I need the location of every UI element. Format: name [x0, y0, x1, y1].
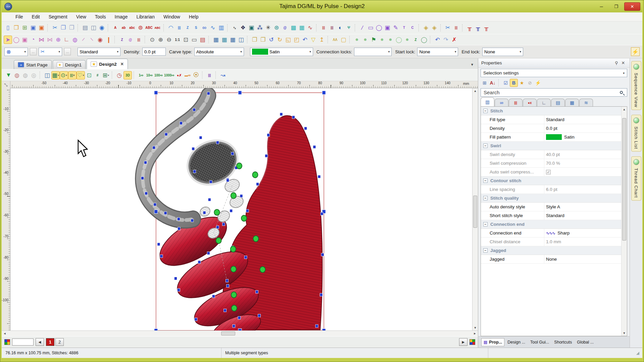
machine-view[interactable]: ▦ — [212, 36, 220, 44]
style-combo[interactable]: Standard▾ — [78, 48, 120, 56]
edit-shape[interactable]: ✎ — [392, 23, 400, 32]
horizontal-scroll-thumb[interactable] — [221, 331, 235, 335]
filter-exclude[interactable]: ◍ — [13, 71, 21, 80]
draw-arc[interactable]: C — [408, 23, 417, 32]
advanced-disabled[interactable]: ⊘ — [526, 79, 534, 87]
stitch-globe[interactable]: ⊕ — [54, 36, 62, 44]
carve-type-combo[interactable]: Absolute▾ — [194, 48, 244, 56]
outline-display[interactable]: ♡▾ — [77, 71, 85, 80]
menu-tools[interactable]: Tools — [91, 14, 110, 19]
resize-grip[interactable]: ◢ — [636, 351, 639, 355]
collapse-toggle[interactable]: − — [483, 196, 488, 200]
tag[interactable]: ◈ — [422, 23, 430, 32]
wheel-fill[interactable]: ⊛ — [273, 23, 281, 32]
bottom-tab-toolgui[interactable]: Tool Gui... — [528, 339, 551, 346]
transform-box[interactable]: ⊡ — [85, 71, 93, 80]
step-1000[interactable]: 1000⇨ — [163, 71, 175, 80]
knife-curve[interactable]: ⟍ — [88, 36, 96, 44]
page-button-2[interactable]: 2 — [55, 338, 64, 346]
pin-icon[interactable]: ⚲ — [613, 60, 620, 65]
print-preview[interactable]: ◫ — [89, 23, 98, 32]
property-value[interactable]: Standard — [544, 211, 621, 220]
embroidery-design[interactable] — [10, 88, 472, 330]
draw-ellipse[interactable]: ◯ — [375, 23, 383, 32]
zoom-1-1[interactable]: 1:1 — [173, 36, 182, 44]
paste[interactable]: ❐ — [67, 23, 76, 32]
shape-loop-2[interactable]: ● — [361, 36, 369, 44]
tag-add[interactable]: ◈ — [430, 23, 439, 32]
design-canvas[interactable] — [10, 88, 472, 330]
scroll-left-button[interactable]: ◄ — [2, 331, 8, 336]
property-value[interactable]: ∿∿∿Sharp — [544, 229, 621, 237]
panel-close-icon[interactable]: ✕ — [620, 60, 627, 65]
shape-loop-3[interactable]: ● — [378, 36, 386, 44]
tab-layers[interactable]: ≋ — [579, 99, 593, 106]
split-column[interactable]: ||| — [452, 23, 460, 32]
reshape-bowtie-2[interactable]: ⋈ — [46, 36, 54, 44]
zoom-fit[interactable]: ⊡ — [182, 36, 190, 44]
property-search-box[interactable] — [481, 88, 627, 97]
basic-properties[interactable]: B — [510, 79, 518, 87]
lettering-caps[interactable]: ABC — [145, 23, 153, 32]
chain-stitch[interactable]: ∞ — [200, 23, 209, 32]
selection-settings-dropdown[interactable]: Selection settings ▾ — [481, 69, 627, 77]
menu-edit[interactable]: Edit — [28, 14, 44, 19]
duplicate[interactable]: ❐ — [250, 36, 259, 44]
delete[interactable]: ✗ — [450, 36, 458, 44]
collapse-toggle[interactable]: − — [483, 222, 488, 226]
motif-square[interactable]: ▣ — [247, 23, 256, 32]
shape-loop-1[interactable]: ● — [353, 36, 361, 44]
stop-options-button[interactable]: ... — [30, 48, 37, 55]
zoom-out[interactable]: ⊖ — [165, 36, 173, 44]
stipple[interactable]: ⁂ — [256, 23, 264, 32]
redo[interactable]: ↷ — [442, 36, 450, 44]
strip-tab-stitch-list[interactable]: Stitch List — [631, 115, 641, 152]
apply-lightning-button[interactable]: ⚡ — [631, 47, 640, 56]
bottom-tab-global[interactable]: Global ... — [575, 339, 596, 346]
menu-librarian[interactable]: Librarian — [132, 14, 159, 19]
prev-page-button[interactable]: ◄ — [36, 338, 44, 346]
collapse-toggle[interactable]: − — [483, 109, 488, 113]
lettering-frame[interactable]: ᴀʙᴄ — [153, 23, 162, 32]
satin-column[interactable]: ||| — [175, 23, 184, 32]
lens-check[interactable]: ◍ — [71, 36, 79, 44]
peaks-tool[interactable]: ΛΛ — [331, 36, 339, 44]
step-stoplight[interactable]: ⦿ — [192, 71, 200, 80]
stitch-display[interactable]: |||▾ — [68, 71, 77, 80]
lettering-circle[interactable]: ⊚ — [136, 23, 145, 32]
density-at[interactable]: @ — [126, 36, 135, 44]
spring-stitch-2[interactable]: ||| — [328, 23, 336, 32]
close-button[interactable]: ✕ — [624, 2, 640, 11]
rounded-patch[interactable]: ▢ — [339, 36, 348, 44]
lettering-script[interactable]: abc — [128, 23, 136, 32]
wave-fill[interactable]: ∿ — [306, 23, 314, 32]
maximize-button[interactable]: ❐ — [609, 2, 623, 11]
property-value[interactable]: 40.0 pt — [544, 150, 621, 159]
collapse-toggle[interactable]: − — [483, 248, 488, 253]
strip-tab-thread-chart[interactable]: Thread Chart — [631, 156, 641, 201]
next-page-button[interactable]: ► — [459, 338, 467, 346]
stop-combo[interactable]: ⊗ ▾ — [4, 48, 28, 56]
run-stitch[interactable]: Z — [184, 23, 192, 32]
insert-pin[interactable]: ◉ — [96, 36, 104, 44]
help[interactable]: ◉ — [98, 23, 106, 32]
stitch-needles[interactable]: ||| — [135, 36, 143, 44]
column-detail[interactable]: ||| — [205, 71, 214, 80]
doc-tab-design1[interactable]: ★Design1 — [53, 60, 86, 69]
screen-marker[interactable]: ◫ — [43, 71, 51, 80]
density-input[interactable]: 0.0 pt — [142, 48, 166, 56]
measure-compass[interactable]: ◔ — [29, 36, 37, 44]
trim-options-button[interactable]: ... — [64, 48, 71, 55]
order-back[interactable]: ◰ — [292, 36, 301, 44]
collapse-toggle[interactable]: − — [483, 178, 488, 183]
duplicate-offset[interactable]: ❐ — [259, 36, 267, 44]
ruler-panel[interactable]: ▤ — [198, 36, 207, 44]
trim-combo[interactable]: ✂ ▾ — [39, 48, 62, 56]
yin-yang-fill[interactable]: ◐ — [336, 23, 345, 32]
shape-loop-5[interactable]: ● — [403, 36, 411, 44]
grid-scroll-down[interactable]: ▼ — [622, 330, 627, 336]
grid-scroll-thumb[interactable] — [622, 118, 626, 241]
snap-grid[interactable]: ⊞▾ — [102, 71, 110, 80]
insert-image[interactable]: ▣ — [383, 23, 392, 32]
page-button-1[interactable]: 1 — [46, 338, 54, 346]
